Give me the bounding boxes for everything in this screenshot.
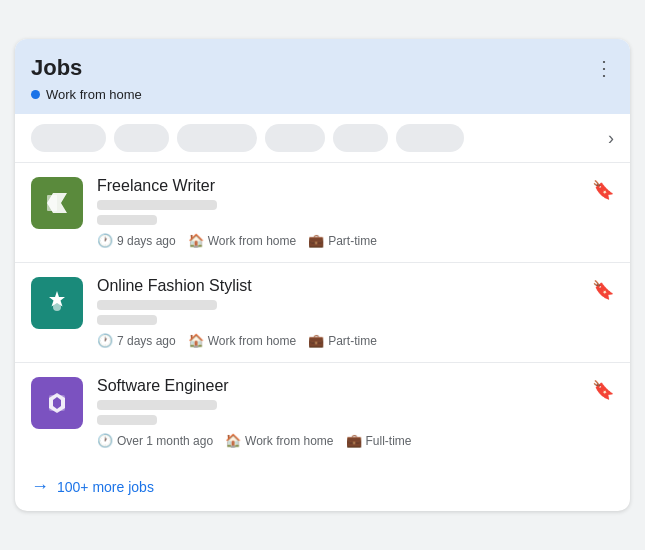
header-top: Jobs ⋮ xyxy=(31,55,614,81)
meta-location: 🏠 Work from home xyxy=(188,333,296,348)
job-logo-freelance xyxy=(31,177,83,229)
job-title: Freelance Writer xyxy=(97,177,578,195)
filter-pill-1[interactable] xyxy=(31,124,106,152)
job-meta: 🕐 7 days ago 🏠 Work from home 💼 Part-tim… xyxy=(97,333,578,348)
skeleton-bar xyxy=(97,300,217,310)
meta-time: 🕐 7 days ago xyxy=(97,333,176,348)
meta-type: 💼 Part-time xyxy=(308,233,377,248)
skeleton-bar xyxy=(97,400,217,410)
clock-icon: 🕐 xyxy=(97,333,113,348)
jobs-card: Jobs ⋮ Work from home › Freelanc xyxy=(15,39,630,511)
meta-location: 🏠 Work from home xyxy=(225,433,333,448)
bookmark-button[interactable]: 🔖 xyxy=(592,379,614,401)
job-title: Online Fashion Stylist xyxy=(97,277,578,295)
job-list: Freelance Writer 🕐 9 days ago 🏠 Work fro… xyxy=(15,163,630,462)
svg-rect-0 xyxy=(47,195,57,211)
job-item[interactable]: Software Engineer 🕐 Over 1 month ago 🏠 W… xyxy=(15,363,630,462)
job-info-freelance: Freelance Writer 🕐 9 days ago 🏠 Work fro… xyxy=(97,177,578,248)
home-icon: 🏠 xyxy=(188,333,204,348)
skeleton-bar xyxy=(97,215,157,225)
skeleton-bar xyxy=(97,200,217,210)
job-item[interactable]: Online Fashion Stylist 🕐 7 days ago 🏠 Wo… xyxy=(15,263,630,363)
more-options-icon[interactable]: ⋮ xyxy=(594,56,614,80)
job-meta: 🕐 Over 1 month ago 🏠 Work from home 💼 Fu… xyxy=(97,433,578,448)
more-jobs-text: 100+ more jobs xyxy=(57,479,154,495)
filter-pill-3[interactable] xyxy=(177,124,257,152)
briefcase-icon: 💼 xyxy=(308,333,324,348)
subtitle-text: Work from home xyxy=(46,87,142,102)
svg-point-1 xyxy=(53,303,61,311)
job-meta: 🕐 9 days ago 🏠 Work from home 💼 Part-tim… xyxy=(97,233,578,248)
header: Jobs ⋮ Work from home xyxy=(15,39,630,114)
active-dot xyxy=(31,90,40,99)
meta-time: 🕐 Over 1 month ago xyxy=(97,433,213,448)
job-item[interactable]: Freelance Writer 🕐 9 days ago 🏠 Work fro… xyxy=(15,163,630,263)
home-icon: 🏠 xyxy=(188,233,204,248)
job-title: Software Engineer xyxy=(97,377,578,395)
meta-location: 🏠 Work from home xyxy=(188,233,296,248)
briefcase-icon: 💼 xyxy=(346,433,362,448)
more-jobs-row[interactable]: → 100+ more jobs xyxy=(15,462,630,511)
clock-icon: 🕐 xyxy=(97,433,113,448)
job-logo-fashion xyxy=(31,277,83,329)
bookmark-button[interactable]: 🔖 xyxy=(592,179,614,201)
page-title: Jobs xyxy=(31,55,82,81)
arrow-right-icon: → xyxy=(31,476,49,497)
filter-pill-5[interactable] xyxy=(333,124,388,152)
filter-chevron-icon[interactable]: › xyxy=(608,128,614,149)
meta-type: 💼 Part-time xyxy=(308,333,377,348)
job-logo-software xyxy=(31,377,83,429)
meta-time: 🕐 9 days ago xyxy=(97,233,176,248)
filter-pill-6[interactable] xyxy=(396,124,464,152)
job-info-fashion: Online Fashion Stylist 🕐 7 days ago 🏠 Wo… xyxy=(97,277,578,348)
clock-icon: 🕐 xyxy=(97,233,113,248)
briefcase-icon: 💼 xyxy=(308,233,324,248)
filter-pill-4[interactable] xyxy=(265,124,325,152)
bookmark-button[interactable]: 🔖 xyxy=(592,279,614,301)
home-icon: 🏠 xyxy=(225,433,241,448)
skeleton-bar xyxy=(97,415,157,425)
filter-pill-2[interactable] xyxy=(114,124,169,152)
meta-type: 💼 Full-time xyxy=(346,433,412,448)
job-info-software: Software Engineer 🕐 Over 1 month ago 🏠 W… xyxy=(97,377,578,448)
filter-row: › xyxy=(15,114,630,163)
header-subtitle: Work from home xyxy=(31,87,614,102)
skeleton-bar xyxy=(97,315,157,325)
